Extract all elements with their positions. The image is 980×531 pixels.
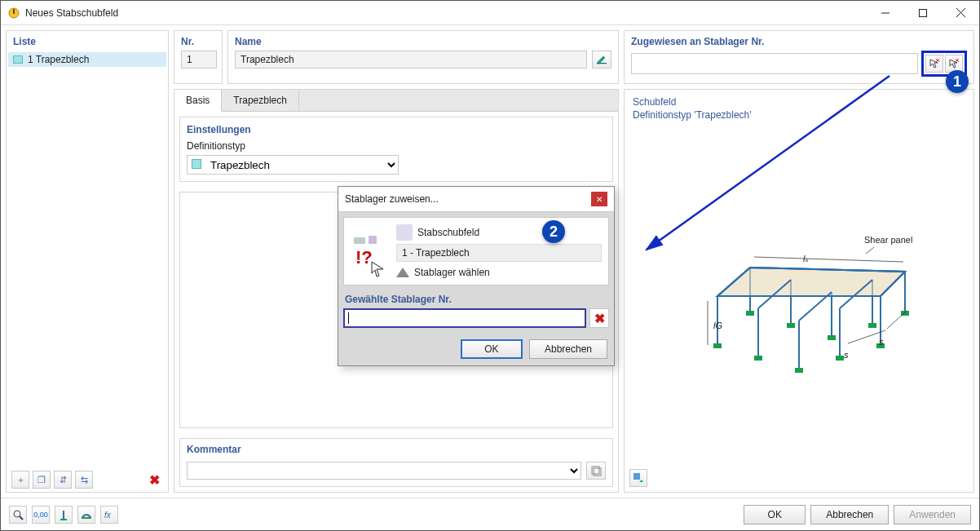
svg-rect-43	[868, 323, 876, 328]
svg-rect-60	[60, 519, 67, 520]
nr-value[interactable]: 1	[181, 51, 217, 69]
comment-group: Kommentar	[179, 438, 613, 487]
triangle-icon	[396, 268, 409, 277]
selected-input[interactable]	[343, 308, 586, 328]
library-icon	[590, 465, 602, 476]
assign-dialog-title: Stablager zuweisen...	[345, 193, 591, 205]
reorder-icon: ⇆	[81, 475, 88, 485]
selected-label: Gewählte Stablager Nr.	[345, 294, 607, 305]
list-item[interactable]: 1 Trapezblech	[8, 52, 166, 67]
svg-text:Shear panel: Shear panel	[864, 235, 912, 245]
column-icon	[58, 509, 69, 520]
reorder-button[interactable]: ⇆	[75, 471, 93, 489]
window-title: Neues Stabschubfeld	[25, 7, 867, 19]
new-button[interactable]: ＋	[11, 471, 29, 489]
svg-rect-42	[828, 335, 836, 340]
svg-rect-11	[592, 467, 599, 474]
minimize-button[interactable]	[867, 1, 904, 24]
cancel-button[interactable]: Abbrechen	[810, 505, 889, 524]
sort-icon: ⇵	[60, 475, 67, 485]
magnifier-icon	[12, 509, 24, 520]
svg-rect-13	[354, 237, 365, 244]
current-item[interactable]: 1 - Trapezblech	[396, 244, 602, 262]
plus-icon: ＋	[16, 474, 25, 486]
settings-header: Einstellungen	[187, 124, 606, 135]
preview-toolbar	[625, 464, 973, 492]
question-cursor-icon: !?	[351, 224, 388, 278]
svg-rect-38	[836, 356, 844, 361]
titlebar: Neues Stabschubfeld	[1, 1, 979, 25]
list-body: 1 Trapezblech	[7, 51, 168, 467]
panel-icon	[396, 224, 413, 241]
svg-rect-3	[920, 9, 927, 16]
svg-text:s: s	[879, 337, 884, 347]
preview-body: Shear panel lₛ lG s s	[625, 128, 973, 464]
tool-a-button[interactable]	[55, 506, 73, 524]
tab-basis[interactable]: Basis	[174, 90, 222, 112]
tool-b-button[interactable]	[77, 506, 95, 524]
copy-icon: ❐	[38, 475, 46, 485]
tab-strip: Basis Trapezblech	[174, 90, 618, 112]
comment-library-button[interactable]	[586, 462, 606, 480]
svg-text:lG: lG	[713, 321, 722, 330]
svg-text:!?: !?	[355, 247, 373, 268]
pick-single-button[interactable]	[925, 55, 943, 73]
name-panel: Name Trapezblech	[227, 30, 619, 84]
list-header: Liste	[7, 31, 168, 51]
delete-icon: ✖	[149, 472, 160, 488]
ok-button[interactable]: OK	[744, 505, 806, 524]
window-controls	[867, 1, 979, 24]
close-button[interactable]	[942, 1, 979, 24]
stabschubfeld-label: Stabschubfeld	[417, 227, 479, 238]
delete-button[interactable]: ✖	[145, 471, 163, 489]
svg-point-57	[14, 511, 20, 517]
svg-rect-55	[633, 473, 640, 480]
svg-line-58	[20, 516, 23, 520]
list-item-label: 1 Trapezblech	[28, 54, 89, 65]
svg-rect-36	[754, 356, 762, 361]
app-icon	[7, 7, 20, 20]
preview-settings-button[interactable]	[629, 469, 647, 487]
clear-selection-button[interactable]: ✖	[589, 308, 609, 328]
nr-header: Nr.	[174, 31, 222, 51]
preview-line1: Schubfeld	[633, 96, 965, 109]
apply-button[interactable]: Anwenden	[894, 505, 971, 524]
assign-dialog-buttons: OK Abbrechen	[338, 333, 614, 365]
svg-rect-6	[597, 63, 607, 64]
center-column: Basis Trapezblech Einstellungen Definiti…	[174, 89, 619, 493]
svg-line-54	[866, 247, 874, 254]
svg-rect-40	[746, 311, 754, 316]
name-input[interactable]: Trapezblech	[235, 51, 587, 69]
zugewiesen-panel: Zugewiesen an Stablager Nr. 1	[624, 30, 974, 84]
zugewiesen-input[interactable]	[631, 53, 918, 74]
svg-rect-41	[787, 323, 795, 328]
maximize-button[interactable]	[904, 1, 942, 24]
assign-dialog-close[interactable]: ✕	[591, 192, 607, 206]
tool-c-button[interactable]: fx	[100, 506, 118, 524]
comment-select[interactable]	[187, 462, 581, 480]
right-column: Nr. 1 Name Trapezblech Zugewiesen a	[174, 30, 974, 493]
copy-button[interactable]: ❐	[33, 471, 51, 489]
tab-trapezblech[interactable]: Trapezblech	[222, 90, 299, 112]
nr-panel: Nr. 1	[174, 30, 223, 84]
structure-illustration: Shear panel lₛ lG s s	[677, 206, 921, 386]
assign-card: !? Stabschubfeld 1 - Trapezbl	[343, 217, 609, 285]
svg-rect-35	[713, 343, 722, 348]
choose-label: Stablager wählen	[414, 267, 490, 278]
assign-dialog-titlebar: Stablager zuweisen... ✕	[338, 187, 614, 212]
svg-rect-14	[369, 236, 377, 244]
sort-button[interactable]: ⇵	[54, 471, 72, 489]
zugewiesen-header: Zugewiesen an Stablager Nr.	[625, 31, 973, 51]
assign-ok-button[interactable]: OK	[461, 339, 523, 359]
help-button[interactable]	[9, 506, 27, 524]
assign-cancel-button[interactable]: Abbrechen	[529, 339, 607, 359]
units-button[interactable]: 0,00	[32, 506, 50, 524]
units-icon: 0,00	[33, 511, 48, 519]
deftype-select[interactable]: Trapezblech	[187, 155, 399, 175]
color-swatch-icon	[13, 55, 23, 64]
svg-rect-12	[594, 468, 601, 476]
svg-rect-37	[795, 368, 803, 373]
callout-2: 2	[542, 220, 565, 243]
svg-rect-59	[63, 511, 64, 519]
edit-name-button[interactable]	[592, 51, 611, 69]
